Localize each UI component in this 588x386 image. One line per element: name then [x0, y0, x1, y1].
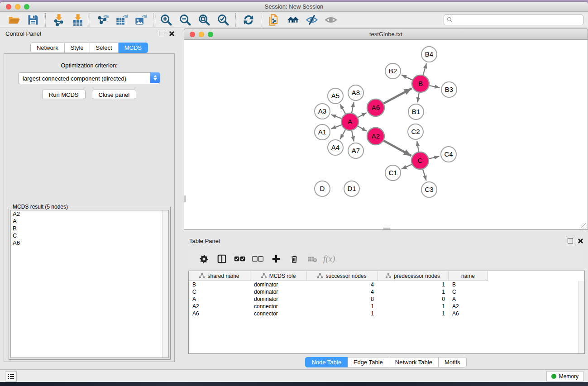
graph-edge-C-C4[interactable]	[429, 157, 440, 159]
close-panel-button[interactable]: Close panel	[92, 90, 137, 99]
graph-edge-A-A7[interactable]	[352, 131, 354, 142]
table-row[interactable]: Adominator80A	[189, 295, 584, 303]
table-row[interactable]: A6connector11A6	[189, 310, 584, 317]
graph-node-B1[interactable]: B1	[408, 104, 424, 119]
optimization-criterion-select[interactable]: largest connected component (directed)	[18, 72, 160, 84]
graph-node-A1[interactable]: A1	[315, 124, 330, 140]
graph-node-A[interactable]: A	[341, 113, 359, 130]
refresh-layout-button[interactable]	[239, 13, 258, 27]
delete-column-button[interactable]	[285, 253, 303, 265]
graph-node-A5[interactable]: A5	[328, 88, 343, 104]
graph-edge-A-A1[interactable]	[331, 125, 342, 129]
table-settings-button[interactable]	[195, 253, 213, 265]
graph-node-C1[interactable]: C1	[385, 165, 401, 181]
graph-edge-A-A3[interactable]	[331, 114, 342, 119]
mcds-result-item[interactable]: B	[11, 225, 168, 232]
table-row[interactable]: Cdominator41C	[189, 288, 584, 295]
scrollbar-track[interactable]	[162, 210, 168, 357]
zoom-in-button[interactable]	[157, 13, 176, 27]
tab-node-table[interactable]: Node Table	[305, 357, 348, 367]
graph-edge-C-C1[interactable]	[402, 164, 412, 169]
graph-edge-A-A4[interactable]	[340, 129, 345, 139]
select-all-columns-button[interactable]	[231, 253, 249, 265]
column-header-successor-nodes[interactable]: successor nodes	[307, 271, 378, 281]
task-history-button[interactable]	[5, 372, 17, 381]
create-column-button[interactable]	[267, 253, 285, 265]
close-panel-icon[interactable]	[169, 31, 174, 36]
graph-node-B4[interactable]: B4	[421, 47, 437, 62]
close-panel-icon[interactable]	[578, 238, 583, 243]
mcds-result-item[interactable]: A	[11, 218, 168, 225]
graph-edge-B-B4[interactable]	[423, 63, 426, 75]
graph-node-D[interactable]: D	[315, 181, 330, 196]
tab-network-table[interactable]: Network Table	[389, 357, 439, 367]
graph-edge-A-A8[interactable]	[352, 102, 354, 113]
graph-node-A6[interactable]: A6	[367, 99, 384, 116]
export-table-button[interactable]	[112, 13, 131, 27]
scrollbar-track[interactable]	[578, 281, 584, 353]
node-table[interactable]: shared nameMCDS rolesuccessor nodesprede…	[188, 271, 585, 354]
graph-edge-A-A5[interactable]	[340, 104, 345, 114]
vertical-scroll-nub[interactable]	[184, 195, 186, 202]
import-table-button[interactable]	[68, 13, 87, 27]
horizontal-scroll-nub[interactable]	[383, 228, 390, 229]
tab-motifs[interactable]: Motifs	[439, 357, 467, 367]
graph-edge-C-C2[interactable]	[417, 141, 419, 152]
show-all-networks-button[interactable]	[283, 13, 302, 27]
column-header-predecessor-nodes[interactable]: predecessor nodes	[378, 271, 449, 281]
graph-node-C[interactable]: C	[411, 152, 429, 169]
network-canvas[interactable]: B4B2BB3A5A8A6B1A3AC2A1A2A4A7C4CC1C3DD1	[184, 40, 588, 230]
new-network-from-selection-button[interactable]	[264, 13, 283, 27]
graph-edge-B-B1[interactable]	[417, 93, 419, 103]
zoom-fit-button[interactable]	[195, 13, 214, 27]
graph-node-B3[interactable]: B3	[441, 82, 457, 97]
open-file-button[interactable]	[5, 13, 24, 27]
zoom-out-button[interactable]	[176, 13, 195, 27]
graph-node-B2[interactable]: B2	[385, 63, 401, 79]
save-session-button[interactable]	[24, 13, 43, 27]
graph-node-C4[interactable]: C4	[441, 147, 456, 162]
tab-network[interactable]: Network	[30, 43, 65, 53]
graph-node-C3[interactable]: C3	[421, 182, 437, 197]
search-input[interactable]	[454, 16, 580, 24]
graph-node-A2[interactable]: A2	[367, 128, 384, 145]
graph-edge-B-B2[interactable]	[402, 75, 412, 80]
graph-node-A3[interactable]: A3	[315, 104, 330, 119]
network-window-titlebar[interactable]: testGlobe.txt	[184, 28, 588, 40]
graph-node-B[interactable]: B	[412, 75, 429, 92]
graph-edge-A2-C[interactable]	[384, 141, 411, 156]
graph-node-D1[interactable]: D1	[344, 181, 359, 196]
column-header-MCDS-role[interactable]: MCDS role	[250, 271, 307, 281]
hide-panels-button[interactable]	[302, 13, 321, 27]
import-network-button[interactable]	[49, 13, 68, 27]
zoom-selected-button[interactable]	[214, 13, 233, 27]
tab-edge-table[interactable]: Edge Table	[348, 357, 389, 367]
export-network-button[interactable]	[93, 13, 112, 27]
graph-node-A7[interactable]: A7	[348, 143, 363, 158]
delete-table-button[interactable]	[303, 253, 321, 265]
float-panel-icon[interactable]	[159, 31, 164, 36]
function-builder-button[interactable]: f(x)	[321, 253, 335, 265]
search-box[interactable]	[444, 14, 583, 25]
export-image-button[interactable]	[131, 13, 150, 27]
graph-node-C2[interactable]: C2	[408, 124, 423, 139]
unselect-all-columns-button[interactable]	[249, 253, 267, 265]
show-view-button[interactable]	[321, 13, 340, 27]
table-row[interactable]: A2connector11A2	[189, 303, 584, 310]
column-header-shared-name[interactable]: shared name	[189, 271, 250, 281]
graph-edge-A-A2[interactable]	[358, 126, 367, 131]
tab-mcds[interactable]: MCDS	[119, 43, 148, 53]
float-panel-icon[interactable]	[568, 238, 573, 243]
column-header-name[interactable]: name	[449, 271, 488, 281]
graph-node-A8[interactable]: A8	[348, 85, 363, 100]
mcds-result-item[interactable]: A6	[11, 239, 168, 247]
show-columns-button[interactable]	[213, 253, 231, 265]
run-mcds-button[interactable]: Run MCDS	[42, 90, 86, 99]
memory-button[interactable]: Memory	[546, 371, 583, 381]
graph-node-A4[interactable]: A4	[328, 140, 343, 155]
mcds-result-item[interactable]: A2	[11, 210, 168, 218]
tab-style[interactable]: Style	[65, 43, 90, 53]
table-row[interactable]: Bdominator41B	[189, 281, 584, 288]
resize-grip[interactable]	[581, 223, 587, 229]
graph-edge-C-C3[interactable]	[423, 169, 426, 181]
